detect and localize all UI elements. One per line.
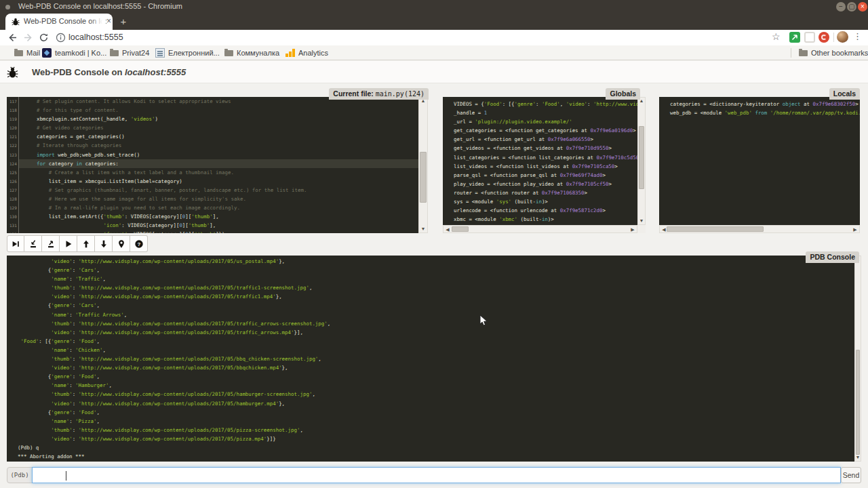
bookmark-teamkodi[interactable]: teamkodi | Ko... [42, 45, 106, 60]
step-button[interactable] [24, 235, 42, 252]
help-button[interactable]: ? [130, 235, 148, 252]
down-button[interactable] [95, 235, 113, 252]
close-button[interactable]: × [858, 2, 867, 12]
svg-text:?: ? [137, 241, 140, 247]
maximize-button[interactable]: ▢ [847, 2, 856, 12]
page-header: Web-PDB Console on localhost:5555 [0, 61, 868, 83]
folder-icon [14, 50, 23, 56]
pdb-console-tag: PDB Console [806, 251, 859, 263]
bookmarks-bar: Mail teamkodi | Ko... Privat24 Електронн… [0, 45, 868, 60]
analytics-favicon [285, 48, 295, 58]
pdb-console-panel: PDB Console 'video': 'http://www.vidspla… [7, 256, 861, 462]
extension-icon-red[interactable] [818, 32, 829, 43]
url-text[interactable]: localhost:5555 [68, 33, 123, 42]
page-title: Web-PDB Console on localhost:5555 [32, 67, 186, 77]
bookmark-privat24[interactable]: Privat24 [110, 45, 149, 60]
bookmark-electronic[interactable]: Електронний... [155, 45, 220, 60]
locals-list[interactable]: categories = <dictionary-keyiterator obj… [659, 97, 860, 225]
locals-horizontal-scrollbar[interactable]: ◀ ▶ [659, 225, 860, 233]
globals-vertical-scrollbar[interactable]: ▲ ▼ [637, 97, 646, 225]
extension-icon-disabled[interactable] [804, 32, 815, 43]
scroll-down-icon[interactable]: ▼ [419, 226, 427, 232]
pdb-command-input[interactable] [32, 467, 841, 483]
current-file-tag: Current file: main.py(124) [329, 88, 429, 100]
globals-panel: Globals VIDEOS = {'Food': [{'genre': 'Fo… [443, 97, 646, 233]
return-button[interactable] [42, 235, 60, 252]
folder-icon [110, 50, 119, 56]
forward-icon[interactable] [22, 32, 34, 43]
locals-tag: Locals [829, 88, 860, 100]
window-icon [5, 5, 10, 9]
where-button[interactable] [113, 235, 130, 252]
minimize-button[interactable]: − [836, 2, 846, 12]
bug-favicon [12, 18, 20, 26]
window-title: Web-PDB Console on localhost:5555 - Chro… [18, 2, 182, 10]
code-editor-panel: Current file: main.py(124) 117 # Set plu… [7, 97, 428, 233]
profile-avatar[interactable] [837, 31, 848, 43]
folder-icon [224, 50, 233, 56]
globals-horizontal-scrollbar[interactable]: ◀ ▶ [443, 225, 637, 233]
folder-icon [799, 50, 808, 56]
bookmark-kommunalka[interactable]: Коммуналка [224, 45, 279, 60]
console-vertical-scrollbar[interactable]: ▲ ▼ [854, 256, 861, 462]
up-button[interactable] [77, 235, 95, 252]
window-titlebar: Web-PDB Console on localhost:5555 - Chro… [0, 0, 868, 14]
browser-tab[interactable]: Web-PDB Console on loca × [5, 14, 113, 30]
mouse-cursor [479, 314, 488, 327]
other-bookmarks[interactable]: Other bookmarks [799, 45, 868, 60]
pdb-console-output[interactable]: 'video': 'http://www.vidsplay.com/wp-con… [7, 256, 854, 462]
continue-button[interactable] [60, 235, 77, 252]
code-editor[interactable]: 117 # Set plugin content. It allows Kodi… [7, 97, 418, 233]
bookmark-star-icon[interactable]: ☆ [772, 31, 781, 42]
screen: Web-PDB Console on localhost:5555 - Chro… [0, 0, 868, 488]
globals-list[interactable]: VIDEOS = {'Food': [{'genre': 'Food', 'vi… [443, 97, 637, 225]
debug-toolbar: ? [7, 235, 148, 252]
globals-tag: Globals [606, 88, 640, 100]
tab-strip: Web-PDB Console on loca × + [0, 14, 868, 30]
pdb-prompt-row: (Pdb) Send [7, 467, 861, 483]
send-button[interactable]: Send [841, 467, 861, 483]
next-button[interactable] [7, 235, 24, 252]
new-tab-button[interactable]: + [117, 16, 130, 28]
reload-icon[interactable] [38, 32, 50, 43]
text-caret [66, 471, 66, 481]
extension-icon-green[interactable] [789, 32, 800, 43]
back-icon[interactable] [7, 32, 18, 43]
pdb-prompt-label: (Pdb) [7, 467, 33, 483]
kodi-favicon [42, 48, 52, 58]
bug-icon [7, 66, 18, 79]
editor-vertical-scrollbar[interactable]: ▲ ▼ [418, 97, 428, 233]
locals-panel: Locals categories = <dictionary-keyitera… [659, 97, 860, 233]
bookmark-analytics[interactable]: Analytics [285, 45, 328, 60]
browser-toolbar: localhost:5555 ☆ ⋮ [0, 30, 868, 45]
site-info-icon[interactable] [55, 32, 66, 43]
browser-menu-icon[interactable]: ⋮ [853, 31, 862, 41]
bookmark-mail[interactable]: Mail [14, 45, 40, 60]
document-favicon [155, 48, 165, 58]
tab-close-icon[interactable]: × [104, 16, 114, 26]
